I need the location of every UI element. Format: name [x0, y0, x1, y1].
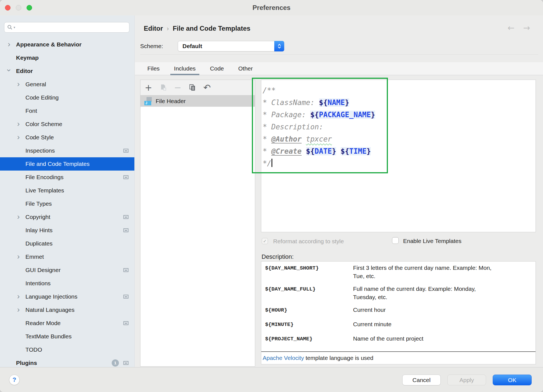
tab-files[interactable]: Files — [144, 62, 163, 75]
chevron-right-icon[interactable]: › — [17, 120, 20, 128]
comment-text: * ClassName: — [263, 98, 319, 107]
sidebar-item-todo[interactable]: TODO — [0, 343, 134, 356]
breadcrumb: Editor›File and Code Templates — [144, 24, 250, 33]
sidebar-item-natural-languages[interactable]: ›Natural Languages — [0, 303, 134, 317]
select-arrows-icon[interactable] — [274, 41, 284, 51]
search-icon — [7, 25, 13, 30]
reset-to-default-button[interactable]: ↶ — [203, 84, 211, 91]
variable-description: Name of the current project — [353, 334, 423, 349]
tab-includes[interactable]: Includes — [170, 62, 199, 75]
variable-name: ${PROJECT_NAME} — [265, 334, 353, 349]
comment-text: * — [263, 147, 271, 155]
sidebar-item-general[interactable]: ›General — [0, 78, 134, 91]
sidebar-item-language-injections[interactable]: ›Language Injections — [0, 290, 134, 303]
sidebar-item-font[interactable]: Font — [0, 104, 134, 117]
chevron-right-icon[interactable]: › — [17, 306, 20, 313]
template-list-toolbar: + − ↶ — [140, 80, 255, 95]
ok-button[interactable]: OK — [493, 375, 532, 385]
per-project-settings-icon — [123, 295, 129, 299]
sidebar-item-color-scheme[interactable]: ›Color Scheme — [0, 117, 134, 131]
sidebar-item-reader-mode[interactable]: Reader Mode — [0, 317, 134, 330]
remove-template-button[interactable]: − — [174, 84, 181, 91]
sidebar-item-code-editing[interactable]: Code Editing — [0, 91, 134, 104]
apache-velocity-link[interactable]: Apache Velocity — [263, 355, 304, 361]
enable-live-templates-checkbox[interactable] — [392, 237, 399, 244]
template-editor[interactable]: /*** ClassName: ${NAME}* Package: ${PACK… — [261, 80, 536, 232]
sidebar-item-keymap[interactable]: Keymap — [0, 51, 134, 64]
code-line: * Package: ${PACKAGE_NAME} — [263, 109, 536, 121]
chevron-right-icon[interactable]: › — [17, 292, 20, 300]
chevron-down-icon[interactable]: › — [5, 69, 13, 72]
sidebar-item-inspections[interactable]: Inspections — [0, 144, 134, 157]
chevron-right-icon[interactable]: › — [17, 253, 20, 260]
sidebar-item-gui-designer[interactable]: GUI Designer — [0, 263, 134, 277]
sidebar-item-textmate-bundles[interactable]: TextMate Bundles — [0, 330, 134, 343]
sidebar-item-file-encodings[interactable]: File Encodings — [0, 171, 134, 184]
search-options-caret-icon[interactable]: ▾ — [14, 25, 15, 29]
doc-tag: @Author — [271, 135, 302, 143]
template-list-item-file-header[interactable]: J File Header — [140, 95, 255, 107]
template-variable: ${DATE} — [306, 147, 336, 155]
comment-text: tpxcer — [306, 135, 332, 143]
sidebar-item-label: Color Scheme — [25, 121, 62, 127]
comment-text: */ — [263, 159, 271, 168]
sidebar-item-label: File and Code Templates — [25, 161, 90, 167]
apply-button[interactable]: Apply — [447, 375, 486, 385]
zoom-window-button[interactable] — [27, 5, 32, 11]
tab-other[interactable]: Other — [235, 62, 257, 75]
sidebar-item-appearance-behavior[interactable]: ›Appearance & Behavior — [0, 38, 134, 51]
template-variable: ${NAME} — [319, 98, 349, 107]
comment-text — [302, 147, 306, 155]
chevron-right-icon[interactable]: › — [8, 40, 10, 48]
per-project-settings-icon — [123, 268, 129, 272]
template-list-panel: + − ↶ J Fil — [140, 80, 255, 367]
sidebar-item-file-types[interactable]: File Types — [0, 197, 134, 210]
per-project-settings-icon — [123, 175, 129, 179]
sidebar-item-plugins[interactable]: Plugins1 — [0, 356, 134, 367]
template-variable: ${PACKAGE_NAME} — [310, 111, 375, 119]
help-button[interactable]: ? — [9, 375, 20, 385]
chevron-right-icon[interactable]: › — [17, 213, 20, 221]
cancel-button[interactable]: Cancel — [402, 375, 441, 385]
search-input[interactable]: ▾ — [4, 22, 129, 33]
add-template-button[interactable]: + — [145, 84, 152, 91]
variable-row: ${PROJECT_NAME}Name of the current proje… — [265, 334, 533, 349]
minimize-window-button[interactable] — [16, 5, 21, 11]
forward-arrow-icon[interactable]: → — [523, 23, 530, 33]
velocity-note: Apache Velocity template language is use… — [263, 352, 373, 364]
text-cursor — [272, 159, 272, 167]
description-panel: ${DAY_NAME_SHORT}First 3 letters of the … — [261, 261, 536, 364]
reformat-checkbox[interactable]: ✓ — [262, 238, 268, 244]
breadcrumb-editor[interactable]: Editor — [144, 25, 163, 32]
create-child-template-button[interactable] — [160, 84, 167, 91]
back-arrow-icon[interactable]: ← — [508, 23, 515, 33]
sidebar-item-label: Keymap — [16, 54, 39, 61]
settings-tree: ›Appearance & BehaviorKeymap›Editor›Gene… — [0, 38, 134, 367]
sidebar-item-editor[interactable]: ›Editor — [0, 64, 134, 78]
settings-sidebar: ▾ ›Appearance & BehaviorKeymap›Editor›Ge… — [0, 15, 135, 367]
sidebar-item-label: Intentions — [25, 280, 51, 287]
sidebar-item-label: TODO — [25, 346, 42, 353]
variable-row: ${DAY_NAME_SHORT}First 3 letters of the … — [265, 264, 533, 285]
sidebar-item-file-and-code-templates[interactable]: File and Code Templates — [0, 157, 134, 171]
sidebar-item-label: Plugins — [16, 360, 37, 366]
sidebar-item-inlay-hints[interactable]: Inlay Hints — [0, 224, 134, 237]
sidebar-item-label: File Types — [25, 200, 52, 207]
chevron-right-icon[interactable]: › — [17, 133, 20, 141]
variable-description: First 3 letters of the current day name.… — [353, 264, 492, 285]
sidebar-item-intentions[interactable]: Intentions — [0, 277, 134, 290]
sidebar-item-live-templates[interactable]: Live Templates — [0, 184, 134, 197]
scheme-select[interactable]: Default — [178, 41, 284, 51]
sidebar-item-code-style[interactable]: ›Code Style — [0, 131, 134, 144]
sidebar-item-emmet[interactable]: ›Emmet — [0, 250, 134, 263]
copy-template-button[interactable] — [189, 84, 196, 91]
sidebar-item-duplicates[interactable]: Duplicates — [0, 237, 134, 250]
preferences-window: Preferences ▾ ›Appearance & BehaviorKeym… — [0, 0, 543, 392]
sidebar-item-copyright[interactable]: ›Copyright — [0, 210, 134, 224]
chevron-right-icon[interactable]: › — [17, 80, 20, 88]
close-window-button[interactable] — [5, 5, 11, 11]
sidebar-item-label: Duplicates — [25, 240, 53, 247]
code-line: /** — [263, 84, 536, 96]
tab-code[interactable]: Code — [207, 62, 228, 75]
variable-name: ${DAY_NAME_FULL} — [265, 285, 353, 306]
